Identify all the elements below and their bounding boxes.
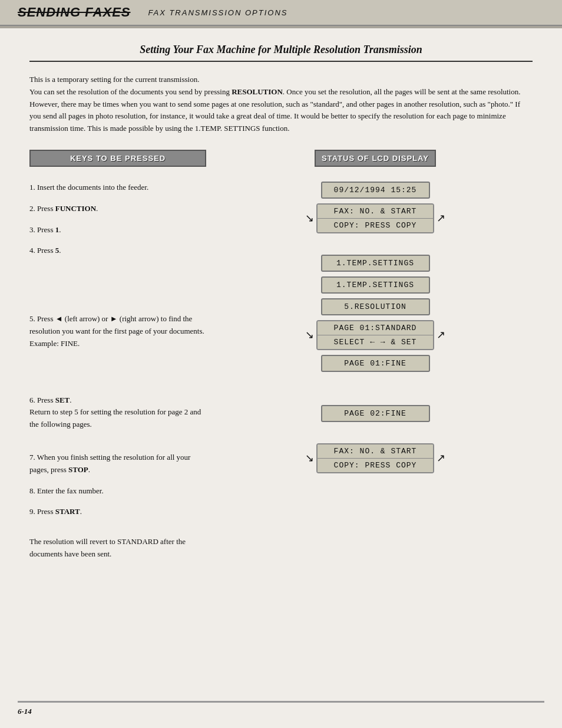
lcd-fax-no-start-2: FAX: NO. & START [318,444,433,459]
step-3: 3. Press 1. [29,224,206,236]
step-5-text: 5. Press ◄ (left arrow) or ► (right arro… [29,314,204,348]
step-3-text: 3. Press 1. [29,225,61,234]
step-7-text: 7. When you finish setting the resolutio… [29,453,190,474]
step-1-number: 1. Insert the documents into the feeder. [29,183,148,192]
lcd-group-page01-standard: ↙ PAGE 01:STANDARD SELECT ← → & SET ↗ [305,320,445,350]
left-bracket-arrow-3: ↙ [305,452,314,465]
right-bracket-arrow-1: ↗ [437,212,445,225]
lcd-column-header: STATUS OF LCD DISPLAY [315,150,436,167]
step-6: 6. Press SET.Return to step 5 for settin… [29,394,206,431]
lcd-group-fax-copy-1: ↙ FAX: NO. & START COPY: PRESS COPY ↗ [305,203,445,233]
step-2: 2. Press FUNCTION. [29,203,206,215]
header-bar: SENDING FAXES FAX TRANSMISSION OPTIONS [0,0,562,26]
section-title: Setting Your Fax Machine for Multiple Re… [29,44,533,62]
left-bracket-arrow-1: ↙ [305,212,314,225]
lcd-datetime: 09/12/1994 15:25 [321,182,430,199]
column-headers: KEYS TO BE PRESSED STATUS OF LCD DISPLAY [29,150,533,176]
step-9-text: 9. Press START. [29,507,82,516]
step-4: 4. Press 5. [29,245,206,257]
lcd-page02-fine: PAGE 02:FINE [321,405,430,422]
step-8: 8. Enter the fax number. [29,485,206,498]
lcd-copy-press-copy-1: COPY: PRESS COPY [318,219,433,232]
step-9: 9. Press START. [29,506,206,518]
lcd-select-set: SELECT ← → & SET [318,335,433,349]
lcd-copy-press-copy-2: COPY: PRESS COPY [318,459,433,472]
footer-page-number: 6-14 [18,707,32,716]
steps-section: 1. Insert the documents into the feeder.… [29,182,533,569]
lcd-fax-no-start-1: FAX: NO. & START [318,205,433,219]
footer-bar: 6-14 [18,701,544,716]
lcd-column-header-wrapper: STATUS OF LCD DISPLAY [218,150,533,176]
step-5: 5. Press ◄ (left arrow) or ► (right arro… [29,313,206,350]
step-8-text: 8. Enter the fax number. [29,486,104,495]
lcd-displays-column: 09/12/1994 15:25 ↙ FAX: NO. & START COPY… [218,182,533,569]
lcd-fax-copy-2: FAX: NO. & START COPY: PRESS COPY [316,443,434,473]
keys-column-header-wrapper: KEYS TO BE PRESSED [29,150,206,176]
main-content: Setting Your Fax Machine for Multiple Re… [0,26,562,581]
step-2-text: 2. Press FUNCTION. [29,204,98,213]
page-wrapper: SENDING FAXES FAX TRANSMISSION OPTIONS S… [0,0,562,728]
step-4-text: 4. Press 5. [29,246,61,255]
lcd-page01-standard-group: PAGE 01:STANDARD SELECT ← → & SET [316,320,434,350]
lcd-group-fax-copy-2: ↙ FAX: NO. & START COPY: PRESS COPY ↗ [305,443,445,473]
step-6-text: 6. Press SET.Return to step 5 for settin… [29,396,201,429]
lcd-page01-standard: PAGE 01:STANDARD [318,321,433,335]
step-1: 1. Insert the documents into the feeder. [29,182,206,194]
header-title-sub: FAX TRANSMISSION OPTIONS [148,8,287,17]
lcd-temp-settings-1: 1.TEMP.SETTINGS [321,255,430,272]
right-bracket-arrow-3: ↗ [437,452,445,465]
right-bracket-arrow-2: ↗ [437,328,445,341]
intro-text: This is a temporary setting for the curr… [29,74,533,135]
resolution-note: The resolution will revert to STANDARD a… [29,536,206,561]
lcd-fax-copy-1: FAX: NO. & START COPY: PRESS COPY [316,203,434,233]
steps-left: 1. Insert the documents into the feeder.… [29,182,206,569]
left-bracket-arrow-2: ↙ [305,328,314,341]
lcd-temp-settings-2: 1.TEMP.SETTINGS [321,276,430,294]
keys-column-header: KEYS TO BE PRESSED [29,150,206,167]
header-title-main: SENDING FAXES [18,5,130,20]
lcd-resolution: 5.RESOLUTION [321,298,430,315]
lcd-page01-fine: PAGE 01:FINE [321,355,430,372]
step-7: 7. When you finish setting the resolutio… [29,452,206,476]
